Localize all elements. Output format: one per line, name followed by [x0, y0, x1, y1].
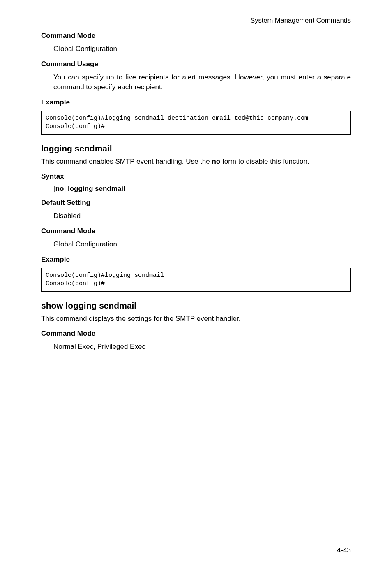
syntax-bracket-close: ]	[64, 185, 68, 193]
command-mode-heading-1: Command Mode	[41, 32, 351, 40]
command-mode-text-1: Global Configuration	[53, 44, 351, 54]
example-heading-2: Example	[41, 255, 351, 264]
command-mode-heading-3: Command Mode	[41, 330, 351, 338]
command-mode-text-2: Global Configuration	[53, 239, 351, 250]
command-title-logging-sendmail: logging sendmail	[41, 144, 351, 153]
syntax-heading: Syntax	[41, 172, 351, 181]
show-logging-sendmail-description: This command displays the settings for t…	[41, 314, 351, 324]
logging-sendmail-description: This command enables SMTP event handling…	[41, 157, 351, 167]
command-mode-text-3: Normal Exec, Privileged Exec	[53, 342, 351, 352]
syntax-no: no	[55, 185, 64, 193]
default-setting-heading: Default Setting	[41, 199, 351, 207]
example-heading-1: Example	[41, 98, 351, 107]
command-title-show-logging-sendmail: show logging sendmail	[41, 301, 351, 311]
description-prefix: This command enables SMTP event handling…	[41, 158, 212, 165]
command-mode-heading-2: Command Mode	[41, 227, 351, 235]
description-suffix: form to disable this function.	[220, 158, 309, 165]
example-code-2: Console(config)#logging sendmail Console…	[41, 268, 351, 292]
page-header-right: System Management Commands	[41, 16, 351, 24]
default-setting-text: Disabled	[53, 211, 351, 221]
example-code-1: Console(config)#logging sendmail destina…	[41, 111, 351, 135]
syntax-text: [no] logging sendmail	[53, 185, 351, 193]
command-usage-text: You can specify up to five recipients fo…	[53, 72, 351, 93]
page-number: 4-43	[337, 546, 351, 555]
syntax-command: logging sendmail	[68, 185, 125, 193]
command-usage-heading: Command Usage	[41, 60, 351, 68]
description-bold-no: no	[212, 158, 220, 165]
